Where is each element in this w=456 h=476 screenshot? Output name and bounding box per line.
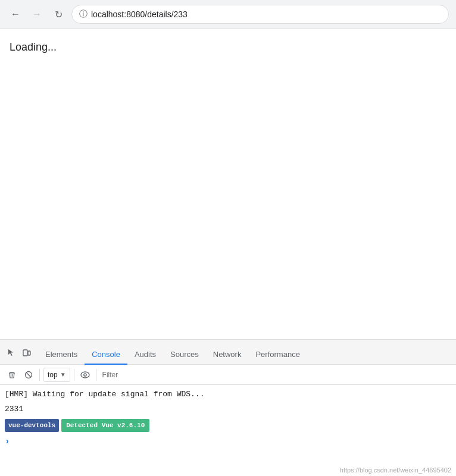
console-line-hmr: [HMR] Waiting for update signal from WDS… xyxy=(0,387,456,402)
forward-button[interactable]: → xyxy=(29,6,45,23)
vue-devtools-badge: vue-devtools xyxy=(5,419,59,432)
chevron-down-icon: ▼ xyxy=(60,371,66,378)
address-bar[interactable]: ⓘ localhost:8080/details/233 xyxy=(71,5,449,24)
context-selector[interactable]: top ▼ xyxy=(43,368,70,382)
vue-detected-badge: Detected Vue v2.6.10 xyxy=(61,419,149,432)
toolbar-divider xyxy=(39,369,40,381)
device-toolbar-icon[interactable] xyxy=(20,346,33,359)
watermark: https://blog.csdn.net/weixin_44695402 xyxy=(340,466,451,474)
devtools-tabs-bar: Elements Console Audits Sources Network … xyxy=(0,340,456,365)
context-label: top xyxy=(48,371,58,379)
console-prompt[interactable]: › xyxy=(0,434,456,449)
devtools-panel: Elements Console Audits Sources Network … xyxy=(0,339,456,476)
stop-icon[interactable] xyxy=(21,368,36,382)
reload-button[interactable]: ↻ xyxy=(50,6,67,23)
svg-rect-1 xyxy=(28,351,30,355)
console-filter-input[interactable] xyxy=(100,371,451,379)
url-text: localhost:8080/details/233 xyxy=(91,10,188,19)
toolbar-divider-2 xyxy=(74,369,74,381)
prompt-arrow-icon: › xyxy=(5,437,10,446)
console-line-vue: vue-devtools Detected Vue v2.6.10 xyxy=(0,417,456,434)
svg-point-7 xyxy=(83,373,86,375)
svg-line-5 xyxy=(26,372,31,377)
inspect-element-icon[interactable] xyxy=(5,346,18,359)
svg-point-6 xyxy=(81,372,89,378)
tab-network[interactable]: Network xyxy=(206,345,249,365)
browser-chrome: ← → ↻ ⓘ localhost:8080/details/233 xyxy=(0,0,456,29)
console-output: [HMR] Waiting for update signal from WDS… xyxy=(0,385,456,476)
svg-rect-0 xyxy=(23,350,27,356)
info-icon: ⓘ xyxy=(79,9,88,20)
clear-console-button[interactable] xyxy=(5,368,19,382)
loading-text: Loading... xyxy=(10,41,57,53)
eye-icon[interactable] xyxy=(78,368,92,382)
page-content: Loading... xyxy=(0,29,456,339)
tab-console[interactable]: Console xyxy=(85,345,127,365)
nav-bar: ← → ↻ ⓘ localhost:8080/details/233 xyxy=(0,0,456,29)
back-button[interactable]: ← xyxy=(7,6,24,23)
console-toolbar: top ▼ xyxy=(0,365,456,385)
tab-elements[interactable]: Elements xyxy=(38,345,85,365)
toolbar-divider-3 xyxy=(96,369,96,381)
tab-sources[interactable]: Sources xyxy=(163,345,206,365)
console-line-number: 2331 xyxy=(0,402,456,417)
tab-audits[interactable]: Audits xyxy=(127,345,163,365)
devtools-icon-buttons xyxy=(5,346,33,364)
tab-performance[interactable]: Performance xyxy=(248,345,307,365)
